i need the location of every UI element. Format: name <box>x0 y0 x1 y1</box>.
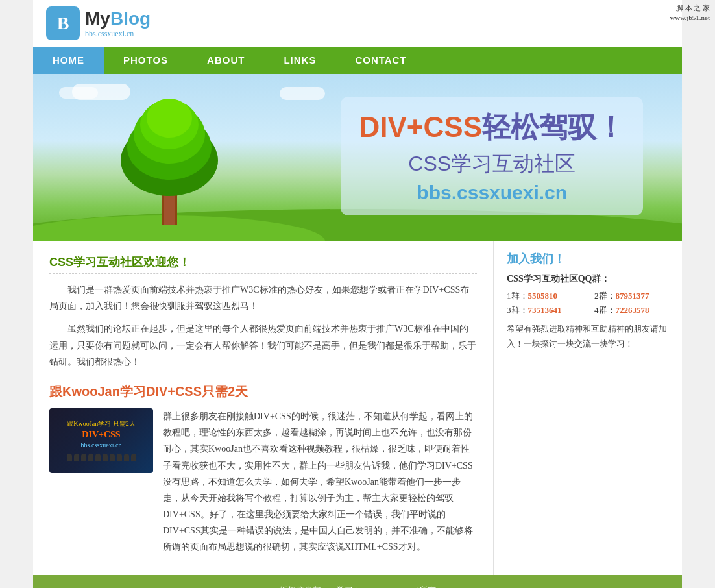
main-content: CSS学习互动社区欢迎您！ 我们是一群热爱页面前端技术并热衷于推广W3C标准的热… <box>33 241 494 575</box>
welcome-title: CSS学习互动社区欢迎您！ <box>49 254 477 274</box>
logo-subtitle: bbs.cssxuexi.cn <box>85 29 151 39</box>
thumb-line3: bbs.cssxuexi.cn <box>81 441 122 448</box>
logo-container: B MyBlog bbs.cssxuexi.cn <box>46 6 151 40</box>
person-3 <box>81 454 86 461</box>
qq-section: CSS学习互动社区QQ群： 1群：5505810 2群：87951377 3群：… <box>507 273 669 352</box>
watermark: 脚 本 之 家 www.jb51.net <box>670 3 710 23</box>
footer: 版权信息归CSS学习 (www.cssxuexi.cn)所有 CSS交流QQ群:… <box>33 575 682 588</box>
qq-group-2: 2群：87951377 <box>594 290 669 302</box>
nav-home[interactable]: HOME <box>33 47 104 74</box>
person-1 <box>67 454 72 461</box>
article-title: 跟KwooJan学习DIV+CSS只需2天 <box>49 383 477 400</box>
person-8 <box>117 454 122 461</box>
qq-hope-text: 希望有强烈进取精神和互助精神的朋友请加入！一块探讨一块交流一块学习！ <box>507 321 669 352</box>
hero-line2: CSS学习互动社区 <box>359 150 625 178</box>
person-4 <box>88 454 93 461</box>
svg-point-6 <box>147 99 192 138</box>
hero-divcss: DIV+CSS <box>359 111 482 143</box>
logo-text: MyBlog bbs.cssxuexi.cn <box>85 8 151 39</box>
watermark-line1: 脚 本 之 家 <box>670 3 710 13</box>
main-para2: 虽然我们的论坛正在起步，但是这里的每个人都很热爱页面前端技术并热衷于推广W3C标… <box>49 321 477 370</box>
person-7 <box>110 454 115 461</box>
article-para: 群上很多朋友在刚接触DIV+CSS的时候，很迷茫，不知道从何学起，看网上的教程吧… <box>163 408 477 556</box>
main-para1: 我们是一群热爱页面前端技术并热衷于推广W3C标准的热心好友，如果您想学或者正在学… <box>49 282 477 314</box>
sidebar: 加入我们！ CSS学习互动社区QQ群： 1群：5505810 2群：879513… <box>494 241 682 575</box>
article-thumbnail: 跟KwooJan学习 只需2天 DIV+CSS bbs.cssxuexi.cn <box>49 408 153 473</box>
qq-group-4: 4群：72263578 <box>594 304 669 316</box>
hero-tagline: 轻松驾驭！ <box>482 111 625 143</box>
hero-line1: DIV+CSS轻松驾驭！ <box>359 108 625 147</box>
footer-line1: 版权信息归CSS学习 (www.cssxuexi.cn)所有 <box>41 583 674 588</box>
watermark-line2: www.jb51.net <box>670 13 710 23</box>
person-2 <box>74 454 79 461</box>
sidebar-join-title: 加入我们！ <box>507 251 669 267</box>
qq-group-1: 1群：5505810 <box>507 290 581 302</box>
nav-about[interactable]: ABOUT <box>188 47 264 74</box>
person-9 <box>124 454 129 461</box>
person-5 <box>95 454 101 461</box>
cloud-3 <box>280 87 325 100</box>
nav-links[interactable]: LINKS <box>264 47 335 74</box>
content-area: CSS学习互动社区欢迎您！ 我们是一群热爱页面前端技术并热衷于推广W3C标准的热… <box>33 241 682 575</box>
audience-silhouettes <box>67 454 136 461</box>
thumb-inner: 跟KwooJan学习 只需2天 DIV+CSS bbs.cssxuexi.cn <box>49 408 153 473</box>
qq-grid: 1群：5505810 2群：87951377 3群：73513641 4群：72… <box>507 290 669 316</box>
cloud-2 <box>59 87 98 99</box>
nav-contact[interactable]: CONTACT <box>335 47 426 74</box>
logo-my: My <box>85 8 110 29</box>
hero-line3: bbs.cssxuexi.cn <box>359 182 625 204</box>
qq-group-label: CSS学习互动社区QQ群： <box>507 273 669 285</box>
thumb-line1: 跟KwooJan学习 只需2天 <box>67 419 135 428</box>
logo-title: MyBlog <box>85 8 151 29</box>
navigation: HOME PHOTOS ABOUT LINKS CONTACT <box>33 47 682 74</box>
hero-tree <box>104 82 234 225</box>
person-10 <box>131 454 136 461</box>
hero-banner: DIV+CSS轻松驾驭！ CSS学习互动社区 bbs.cssxuexi.cn <box>33 74 682 241</box>
logo-blog: Blog <box>110 8 151 29</box>
nav-photos[interactable]: PHOTOS <box>104 47 188 74</box>
qq-group-3: 3群：73513641 <box>507 304 581 316</box>
person-6 <box>103 454 108 461</box>
article-body: 跟KwooJan学习 只需2天 DIV+CSS bbs.cssxuexi.cn <box>49 408 477 562</box>
header: B MyBlog bbs.cssxuexi.cn <box>33 0 682 47</box>
logo-icon: B <box>46 6 80 40</box>
thumb-line2: DIV+CSS <box>82 430 120 440</box>
hero-content: DIV+CSS轻松驾驭！ CSS学习互动社区 bbs.cssxuexi.cn <box>341 97 643 215</box>
